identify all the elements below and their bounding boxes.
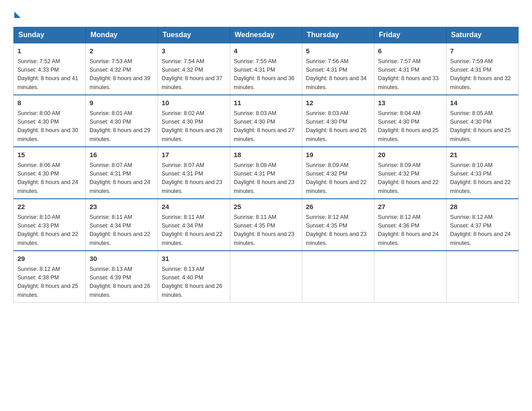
calendar-cell [302,251,374,303]
calendar-cell: 16Sunrise: 8:07 AMSunset: 4:31 PMDayligh… [86,147,158,199]
day-info: Sunrise: 8:05 AMSunset: 4:30 PMDaylight:… [450,109,515,144]
calendar-cell: 5Sunrise: 7:56 AMSunset: 4:31 PMDaylight… [302,43,374,95]
calendar-cell: 31Sunrise: 8:13 AMSunset: 4:40 PMDayligh… [158,251,230,303]
day-number: 11 [234,98,298,108]
day-info: Sunrise: 7:53 AMSunset: 4:32 PMDaylight:… [90,57,154,92]
header-saturday: Saturday [446,27,519,43]
calendar-cell: 24Sunrise: 8:11 AMSunset: 4:34 PMDayligh… [158,199,230,251]
week-row-5: 29Sunrise: 8:12 AMSunset: 4:38 PMDayligh… [14,251,519,303]
day-info: Sunrise: 8:08 AMSunset: 4:31 PMDaylight:… [234,161,298,196]
day-number: 3 [162,46,226,56]
day-info: Sunrise: 8:09 AMSunset: 4:32 PMDaylight:… [378,161,442,196]
day-info: Sunrise: 8:00 AMSunset: 4:30 PMDaylight:… [17,109,82,144]
header-monday: Monday [86,27,158,43]
day-info: Sunrise: 8:11 AMSunset: 4:34 PMDaylight:… [162,213,226,248]
day-number: 8 [17,98,82,108]
calendar-cell [446,251,519,303]
day-number: 25 [234,202,298,212]
calendar-cell: 19Sunrise: 8:09 AMSunset: 4:32 PMDayligh… [302,147,374,199]
day-number: 28 [450,202,515,212]
logo [13,9,21,18]
calendar-cell: 28Sunrise: 8:12 AMSunset: 4:37 PMDayligh… [446,199,519,251]
day-number: 24 [162,202,226,212]
day-number: 4 [234,46,298,56]
calendar-cell: 23Sunrise: 8:11 AMSunset: 4:34 PMDayligh… [86,199,158,251]
day-number: 15 [17,150,82,160]
day-info: Sunrise: 8:13 AMSunset: 4:39 PMDaylight:… [90,265,154,300]
calendar-cell: 20Sunrise: 8:09 AMSunset: 4:32 PMDayligh… [374,147,446,199]
header-friday: Friday [374,27,446,43]
day-info: Sunrise: 8:11 AMSunset: 4:34 PMDaylight:… [90,213,154,248]
calendar-cell: 6Sunrise: 7:57 AMSunset: 4:31 PMDaylight… [374,43,446,95]
day-number: 31 [162,254,226,264]
logo-triangle-icon [14,12,21,18]
calendar-cell: 18Sunrise: 8:08 AMSunset: 4:31 PMDayligh… [230,147,302,199]
calendar-cell [374,251,446,303]
day-number: 13 [378,98,442,108]
calendar-cell: 26Sunrise: 8:12 AMSunset: 4:35 PMDayligh… [302,199,374,251]
day-number: 2 [90,46,154,56]
calendar-cell: 8Sunrise: 8:00 AMSunset: 4:30 PMDaylight… [14,95,86,147]
calendar-cell: 3Sunrise: 7:54 AMSunset: 4:32 PMDaylight… [158,43,230,95]
day-number: 23 [90,202,154,212]
header-wednesday: Wednesday [230,27,302,43]
calendar-cell: 30Sunrise: 8:13 AMSunset: 4:39 PMDayligh… [86,251,158,303]
week-row-4: 22Sunrise: 8:10 AMSunset: 4:33 PMDayligh… [14,199,519,251]
day-info: Sunrise: 7:59 AMSunset: 4:31 PMDaylight:… [450,57,515,92]
day-info: Sunrise: 8:03 AMSunset: 4:30 PMDaylight:… [306,109,370,144]
day-info: Sunrise: 8:07 AMSunset: 4:31 PMDaylight:… [162,161,226,196]
calendar-cell: 12Sunrise: 8:03 AMSunset: 4:30 PMDayligh… [302,95,374,147]
calendar-cell: 21Sunrise: 8:10 AMSunset: 4:33 PMDayligh… [446,147,519,199]
calendar-cell: 15Sunrise: 8:06 AMSunset: 4:30 PMDayligh… [14,147,86,199]
day-number: 7 [450,46,515,56]
day-number: 9 [90,98,154,108]
calendar-cell: 29Sunrise: 8:12 AMSunset: 4:38 PMDayligh… [14,251,86,303]
calendar-cell: 17Sunrise: 8:07 AMSunset: 4:31 PMDayligh… [158,147,230,199]
day-number: 26 [306,202,370,212]
calendar-cell: 14Sunrise: 8:05 AMSunset: 4:30 PMDayligh… [446,95,519,147]
day-number: 21 [450,150,515,160]
day-info: Sunrise: 7:57 AMSunset: 4:31 PMDaylight:… [378,57,442,92]
day-number: 18 [234,150,298,160]
day-number: 5 [306,46,370,56]
day-info: Sunrise: 8:02 AMSunset: 4:30 PMDaylight:… [162,109,226,144]
week-row-2: 8Sunrise: 8:00 AMSunset: 4:30 PMDaylight… [14,95,519,147]
day-number: 1 [17,46,82,56]
day-number: 6 [378,46,442,56]
calendar-cell: 9Sunrise: 8:01 AMSunset: 4:30 PMDaylight… [86,95,158,147]
calendar-cell: 7Sunrise: 7:59 AMSunset: 4:31 PMDaylight… [446,43,519,95]
day-number: 27 [378,202,442,212]
week-row-1: 1Sunrise: 7:52 AMSunset: 4:33 PMDaylight… [14,43,519,95]
day-info: Sunrise: 7:56 AMSunset: 4:31 PMDaylight:… [306,57,370,92]
day-info: Sunrise: 8:09 AMSunset: 4:32 PMDaylight:… [306,161,370,196]
day-info: Sunrise: 8:12 AMSunset: 4:35 PMDaylight:… [306,213,370,248]
day-info: Sunrise: 7:54 AMSunset: 4:32 PMDaylight:… [162,57,226,92]
calendar-cell: 1Sunrise: 7:52 AMSunset: 4:33 PMDaylight… [14,43,86,95]
day-number: 20 [378,150,442,160]
header-tuesday: Tuesday [158,27,230,43]
day-info: Sunrise: 8:11 AMSunset: 4:35 PMDaylight:… [234,213,298,248]
day-number: 14 [450,98,515,108]
week-row-3: 15Sunrise: 8:06 AMSunset: 4:30 PMDayligh… [14,147,519,199]
calendar-cell: 27Sunrise: 8:12 AMSunset: 4:36 PMDayligh… [374,199,446,251]
day-info: Sunrise: 8:13 AMSunset: 4:40 PMDaylight:… [162,265,226,300]
calendar-cell: 11Sunrise: 8:03 AMSunset: 4:30 PMDayligh… [230,95,302,147]
day-info: Sunrise: 8:07 AMSunset: 4:31 PMDaylight:… [90,161,154,196]
page-header [13,9,519,18]
day-info: Sunrise: 8:10 AMSunset: 4:33 PMDaylight:… [450,161,515,196]
day-number: 29 [17,254,82,264]
day-info: Sunrise: 7:52 AMSunset: 4:33 PMDaylight:… [17,57,82,92]
day-number: 12 [306,98,370,108]
day-info: Sunrise: 8:06 AMSunset: 4:30 PMDaylight:… [17,161,82,196]
day-number: 22 [17,202,82,212]
calendar-table: SundayMondayTuesdayWednesdayThursdayFrid… [13,27,519,303]
calendar-cell [230,251,302,303]
day-info: Sunrise: 8:10 AMSunset: 4:33 PMDaylight:… [17,213,82,248]
day-info: Sunrise: 8:04 AMSunset: 4:30 PMDaylight:… [378,109,442,144]
calendar-header-row: SundayMondayTuesdayWednesdayThursdayFrid… [14,27,519,43]
calendar-cell: 25Sunrise: 8:11 AMSunset: 4:35 PMDayligh… [230,199,302,251]
header-sunday: Sunday [14,27,86,43]
day-number: 19 [306,150,370,160]
calendar-cell: 13Sunrise: 8:04 AMSunset: 4:30 PMDayligh… [374,95,446,147]
day-info: Sunrise: 7:55 AMSunset: 4:31 PMDaylight:… [234,57,298,92]
